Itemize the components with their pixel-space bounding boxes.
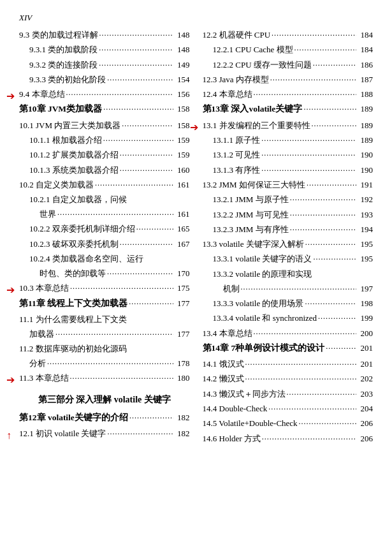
toc-entry-13.3.2b: 机制······································… — [203, 282, 374, 296]
toc-entry-13.4: 13.4 本章总结·······························… — [203, 327, 374, 341]
dots-13.3.2b: ········································… — [241, 283, 357, 296]
dots-ch10: ········································… — [103, 103, 173, 116]
toc-entry-13.3.3: 13.3.3 volatile 的使用场景···················… — [203, 297, 374, 311]
page-num-10.1.1: 159 — [175, 133, 190, 147]
toc-entry-13.2: 13.2 JMM 如何保证三大特性·······················… — [203, 178, 374, 192]
dots-ch12: ········································… — [129, 412, 173, 425]
entry-label-10.1.1: 10.1.1 根加载器介绍 — [29, 133, 102, 147]
dots-9.3.1: ········································… — [99, 44, 173, 57]
toc-entry-13.2.3: 13.2.3 JMM 与有序性·························… — [203, 223, 374, 237]
dots-11.1b: ········································… — [55, 328, 173, 341]
entry-label-13.2.2: 13.2.2 JMM 与可见性 — [213, 208, 289, 221]
toc-entry-11.1b: 加载器·····································… — [19, 327, 190, 341]
dots-13.2.2: ········································… — [290, 209, 356, 222]
page-num-13.1: 189 — [358, 119, 373, 132]
page-num-14.6: 206 — [358, 432, 373, 445]
entry-label-10.1.3: 10.1.3 系统类加载器介绍 — [29, 163, 119, 177]
page-num-10.1.3: 160 — [175, 163, 190, 177]
entry-label-13.1.2: 13.1.2 可见性 — [213, 148, 261, 161]
part-title-part3: 第三部分 深入理解 volatile 关键字 — [19, 394, 190, 406]
toc-entry-12.1: ↑12.1 初识 volatile 关键字···················… — [19, 427, 190, 441]
page-num-10.2.2: 165 — [175, 222, 190, 235]
toc-entry-11.3: ➔11.3 本章总结······························… — [19, 371, 190, 385]
entry-label-11.2b: 分析 — [29, 357, 46, 370]
dots-9.3.3: ········································… — [107, 74, 173, 87]
page-num-13.3: 195 — [358, 237, 373, 251]
page-num-14.1: 201 — [358, 357, 373, 371]
page-num-13.2.1: 192 — [358, 193, 373, 206]
entry-label-13.2: 13.2 JMM 如何保证三大特性 — [203, 178, 305, 191]
toc-entry-ch14: 第14章 7种单例设计模式的设计························… — [203, 341, 374, 355]
toc-entry-10.1.1: 10.1.1 根加载器介绍···························… — [19, 133, 190, 147]
dots-ch14: ········································… — [326, 342, 356, 355]
dots-14.6: ········································… — [262, 433, 356, 446]
dots-13.3.4: ········································… — [318, 313, 356, 325]
entry-label-12.2: 12.2 机器硬件 CPU — [203, 28, 271, 41]
dots-9.4: ········································… — [66, 89, 173, 101]
toc-entry-10.2: 10.2 自定义类加载器····························… — [19, 178, 190, 192]
toc-entry-13.1: ➔13.1 并发编程的三个重要特性·······················… — [203, 119, 374, 133]
toc-entry-10.3: ➔10.3 本章总结······························… — [19, 281, 190, 295]
dots-13.1: ········································… — [312, 120, 357, 133]
toc-entry-14.2: 14.2 懒汉式································… — [203, 372, 374, 386]
entry-label-11.1a: 11.1 为什么需要线程上下文类 — [19, 313, 127, 326]
toc-entry-9.3: 9.3 类的加载过程详解····························… — [19, 28, 190, 42]
dots-10.1.3: ········································… — [120, 165, 173, 177]
entry-label-12.4: 12.4 本章总结 — [203, 87, 252, 101]
dots-12.4: ········································… — [254, 89, 357, 101]
toc-entry-12.2: 12.2 机器硬件 CPU···························… — [203, 28, 374, 42]
entry-label-14.1: 14.1 饿汉式 — [203, 357, 244, 371]
arrow-icon-10.3: ➔ — [6, 282, 15, 298]
entry-label-13.1: 13.1 并发编程的三个重要特性 — [203, 119, 310, 132]
page-num-ch12: 182 — [175, 411, 190, 424]
dots-12.1: ········································… — [108, 428, 173, 441]
entry-label-13.3.2b: 机制 — [223, 282, 240, 295]
toc-entry-10.2.1b: 世界······································… — [19, 207, 190, 221]
page-num-13.4: 200 — [358, 327, 373, 340]
dots-12.2: ········································… — [272, 29, 356, 42]
page-num-ch11: 177 — [175, 297, 190, 310]
entry-label-11.1b: 加载器 — [29, 327, 54, 341]
entry-label-10.2.4b: 时包、类的卸载等 — [40, 267, 106, 280]
entry-label-10.3: 10.3 本章总结 — [19, 281, 69, 295]
toc-entry-12.3: 12.3 Java 内存模型··························… — [203, 73, 374, 87]
dots-13.1.3: ········································… — [261, 165, 356, 177]
page-num-12.2: 184 — [358, 28, 373, 41]
dots-13.3: ········································… — [305, 239, 356, 251]
toc-entry-13.2.1: 13.2.1 JMM 与原子性·························… — [203, 193, 374, 207]
page-num-12.2.1: 184 — [358, 43, 373, 56]
page-num-12.1: 182 — [175, 427, 190, 440]
toc-entry-ch13: 第13章 深入volatile关键字······················… — [203, 102, 374, 116]
dots-10.2.2: ········································… — [136, 223, 173, 236]
dots-12.2.1: ········································… — [294, 44, 356, 57]
entry-label-14.2: 14.2 懒汉式 — [203, 372, 244, 385]
dots-13.1.2: ········································… — [261, 149, 356, 162]
toc-entry-13.1.2: 13.1.2 可见性······························… — [203, 148, 374, 162]
dots-14.3: ········································… — [287, 388, 357, 401]
toc-entry-13.3: 13.3 volatile 关键字深入解析···················… — [203, 237, 374, 251]
entry-label-13.3: 13.3 volatile 关键字深入解析 — [203, 237, 304, 251]
toc-entry-9.3.3: 9.3.3 类的初始化阶段···························… — [19, 73, 190, 87]
entry-label-9.3: 9.3 类的加载过程详解 — [19, 28, 98, 41]
entry-label-14.5: 14.5 Volatile+Double-Check — [203, 416, 298, 430]
dots-10.2.3: ········································… — [120, 239, 173, 251]
entry-label-10.2.3: 10.2.3 破坏双亲委托机制 — [29, 237, 119, 251]
toc-entry-9.3.1: 9.3.1 类的加载阶段····························… — [19, 43, 190, 57]
toc-entry-10.2.4b: 时包、类的卸载等································… — [19, 267, 190, 281]
toc-entry-14.5: 14.5 Volatile+Double-Check··············… — [203, 416, 374, 430]
page-num-ch14: 201 — [358, 341, 373, 355]
page-num-ch13: 189 — [358, 102, 373, 115]
toc-entry-11.1a: 11.1 为什么需要线程上下文类 — [19, 313, 190, 326]
toc-entry-13.3.4: 13.3.4 volatile 和 synchronized··········… — [203, 311, 374, 325]
up-arrow-icon-12.1: ↑ — [6, 427, 11, 444]
toc-entry-11.2a: 11.2 数据库驱动的初始化源码 — [19, 342, 190, 355]
dots-12.3: ········································… — [270, 74, 356, 87]
dots-14.5: ········································… — [299, 418, 356, 430]
page-num-12.3: 187 — [358, 73, 373, 86]
entry-label-ch14: 第14章 7种单例设计模式的设计 — [203, 341, 325, 355]
toc-entry-10.1.3: 10.1.3 系统类加载器介绍·························… — [19, 163, 190, 177]
entry-label-ch11: 第11章 线程上下文类加载器 — [19, 297, 127, 311]
dots-13.4: ········································… — [254, 328, 357, 341]
page-num-10.2.4b: 170 — [175, 267, 190, 280]
toc-entry-10.2.1a: 10.2.1 自定义加载器，问候 — [19, 193, 190, 206]
